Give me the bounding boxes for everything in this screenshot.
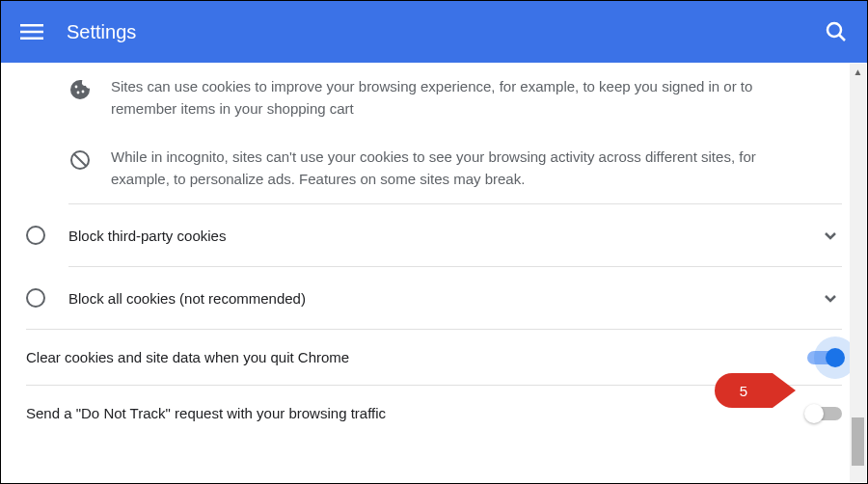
callout-marker-5: 5 — [715, 373, 773, 408]
info-text-cookies: Sites can use cookies to improve your br… — [111, 76, 800, 120]
toggle-clear-on-exit[interactable]: Clear cookies and site data when you qui… — [26, 330, 842, 385]
info-row-cookies: Sites can use cookies to improve your br… — [68, 63, 800, 133]
expand-icon[interactable] — [819, 224, 842, 247]
radio-label: Block all cookies (not recommended) — [68, 290, 819, 307]
toolbar-title: Settings — [67, 21, 825, 43]
search-icon[interactable] — [825, 20, 848, 43]
svg-line-9 — [74, 154, 86, 166]
svg-rect-2 — [20, 38, 43, 40]
svg-rect-1 — [20, 31, 43, 34]
menu-icon[interactable] — [20, 20, 43, 43]
svg-point-5 — [75, 86, 78, 89]
selected-option-info: Sites can use cookies to improve your br… — [26, 63, 842, 203]
info-row-incognito: While in incognito, sites can't use your… — [68, 133, 800, 203]
toggle-switch-on[interactable] — [807, 351, 842, 364]
radio-label: Block third-party cookies — [68, 228, 819, 244]
svg-point-3 — [827, 23, 841, 37]
radio-icon[interactable] — [26, 288, 45, 308]
svg-point-6 — [77, 92, 80, 94]
expand-icon[interactable] — [819, 286, 842, 309]
block-icon — [68, 148, 92, 172]
svg-line-4 — [839, 35, 845, 40]
scrollbar[interactable]: ▲ — [850, 64, 866, 482]
callout-label: 5 — [740, 383, 747, 399]
scroll-up-icon[interactable]: ▲ — [850, 64, 866, 80]
svg-point-7 — [82, 91, 85, 94]
radio-block-third-party[interactable]: Block third-party cookies — [26, 204, 842, 266]
content-scroll[interactable]: Sites can use cookies to improve your br… — [1, 63, 867, 483]
info-text-incognito: While in incognito, sites can't use your… — [111, 147, 800, 190]
cookie-icon — [68, 78, 92, 101]
scrollbar-thumb[interactable] — [852, 417, 864, 466]
radio-block-all[interactable]: Block all cookies (not recommended) — [26, 267, 842, 329]
settings-toolbar: Settings — [1, 1, 867, 63]
radio-icon[interactable] — [26, 226, 45, 245]
toggle-label: Send a "Do Not Track" request with your … — [26, 405, 807, 421]
toggle-label: Clear cookies and site data when you qui… — [26, 349, 807, 365]
toggle-switch-off[interactable] — [807, 407, 842, 420]
svg-rect-0 — [20, 24, 43, 27]
